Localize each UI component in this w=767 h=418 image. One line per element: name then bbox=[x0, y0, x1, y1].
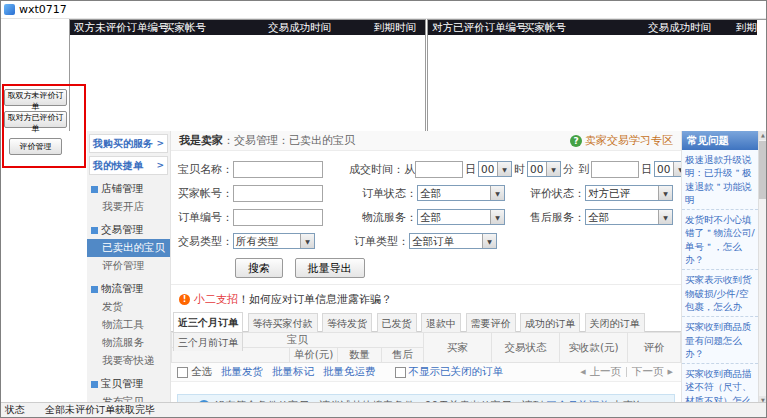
sidebar-item-ship[interactable]: 发货 bbox=[87, 298, 170, 316]
section-shop-manage: 店铺管理 bbox=[87, 180, 170, 198]
order-no-input[interactable] bbox=[233, 209, 323, 226]
orders-table-header: 宝贝 买家 交易状态 实收款(元) 评价 单价(元) 数量 售后 bbox=[171, 332, 681, 363]
app-icon bbox=[4, 4, 15, 15]
batch-ship-link[interactable]: 批量发货 bbox=[221, 365, 263, 379]
section-bullet-icon bbox=[91, 186, 98, 193]
tab-before-3-months[interactable]: 三个月前订单 bbox=[173, 332, 243, 351]
status-message: 全部未评价订单获取完毕 bbox=[45, 403, 155, 417]
purchased-services-link[interactable]: 我购买的服务 > bbox=[89, 134, 168, 153]
from-hour-select[interactable]: 00 ▼ bbox=[478, 161, 512, 177]
faq-item[interactable]: 发货时不小心填错了＂物流公司/单号＂，怎么办？ bbox=[682, 210, 758, 270]
tab-recent-3-months[interactable]: 近三个月订单 bbox=[173, 312, 243, 332]
prev-page-button[interactable]: 上一页 bbox=[590, 365, 622, 379]
pager-divider bbox=[626, 367, 627, 377]
col-status: 交易状态 bbox=[492, 333, 560, 363]
item-name-input[interactable] bbox=[233, 161, 323, 178]
col-rate: 评价 bbox=[628, 333, 681, 363]
tab-refunding[interactable]: 退款中 bbox=[421, 313, 461, 332]
batch-free-ship-link[interactable]: 批量免运费 bbox=[323, 365, 376, 379]
hide-closed-toggle[interactable]: 不显示已关闭的订单 bbox=[395, 365, 504, 379]
purchased-services-label: 我购买的服务 bbox=[93, 135, 153, 152]
order-type-value: 全部订单 bbox=[410, 234, 482, 248]
next-page-button[interactable]: 下一页 bbox=[632, 365, 664, 379]
search-form: 宝贝名称： 成交时间：从 日 00 ▼ 时 00 ▼ 分 到 bbox=[171, 151, 681, 285]
tab-awaiting-payment[interactable]: 等待买家付款 bbox=[248, 313, 318, 332]
tip-text: ！如何应对订单信息泄露诈骗？ bbox=[238, 292, 392, 307]
scroll-up-arrow-icon[interactable]: ▲ bbox=[759, 131, 767, 140]
title-bar: wxt0717 bbox=[1, 1, 766, 19]
tab-need-rating[interactable]: 需要评价 bbox=[466, 313, 516, 332]
fraud-tip[interactable]: ! 小二支招 ！如何应对订单信息泄露诈骗？ bbox=[179, 292, 681, 307]
from-minute-value: 00 bbox=[528, 162, 546, 176]
order-status-label: 订单状态： bbox=[351, 186, 417, 201]
seller-center-page: 我购买的服务 > 我的快捷单 > 店铺管理 我要开店 交易管理 已卖出的宝贝 评… bbox=[87, 131, 767, 405]
rate-manage-button[interactable]: 评价管理 bbox=[9, 138, 62, 155]
faq-item[interactable]: 买家表示收到货物破损/少件/空包裹，怎么办 bbox=[682, 270, 758, 317]
select-all-label[interactable]: 全选 bbox=[191, 365, 212, 379]
column-header-order-no: 双方未评价订单编号 bbox=[70, 20, 160, 35]
buyer-account-input[interactable] bbox=[233, 185, 323, 202]
chevron-down-icon: ▼ bbox=[658, 210, 672, 224]
sidebar-item-open-shop[interactable]: 我要开店 bbox=[87, 198, 170, 216]
faq-item[interactable]: 极速退款升级说明：已升级＂极速退款＂功能说明 bbox=[682, 150, 758, 210]
tab-shipped[interactable]: 已发货 bbox=[377, 313, 417, 332]
col-qty: 数量 bbox=[338, 348, 382, 363]
section-bullet-icon bbox=[91, 286, 98, 293]
from-minute-select[interactable]: 00 ▼ bbox=[527, 161, 561, 177]
chevron-down-icon: ▼ bbox=[300, 234, 314, 248]
tab-successful[interactable]: 成功的订单 bbox=[520, 313, 580, 332]
batch-mark-link[interactable]: 批量标记 bbox=[272, 365, 314, 379]
chevron-down-icon: ▼ bbox=[673, 162, 681, 176]
to-hour-select[interactable]: 00 ▼ bbox=[654, 161, 681, 177]
app-window: wxt0717 取双方未评价订单 取对方已评价订单 评价管理 双方未评价订单编号… bbox=[0, 0, 767, 418]
from-hour-value: 00 bbox=[479, 162, 497, 176]
deal-time-to-input[interactable] bbox=[591, 161, 639, 178]
to-hour-value: 00 bbox=[655, 162, 673, 176]
fetch-rated-orders-button[interactable]: 取对方已评价订单 bbox=[4, 111, 67, 128]
order-status-select[interactable]: 全部 ▼ bbox=[417, 185, 505, 201]
hour-label-from: 时 bbox=[514, 162, 525, 177]
hide-closed-checkbox[interactable] bbox=[395, 367, 406, 378]
sidebar-item-send-express[interactable]: 我要寄快递 bbox=[87, 352, 170, 370]
rate-status-select[interactable]: 对方已评 ▼ bbox=[585, 185, 673, 201]
deal-time-from-input[interactable] bbox=[415, 161, 463, 178]
order-type-select[interactable]: 全部订单 ▼ bbox=[409, 233, 497, 249]
trade-type-value: 所有类型 bbox=[234, 234, 300, 248]
batch-toolbar: 全选 批量发货 批量标记 批量免运费 不显示已关闭的订单 ◀ 上一页 下一页 ▶ bbox=[171, 363, 681, 382]
trade-type-select[interactable]: 所有类型 ▼ bbox=[233, 233, 315, 249]
buyer-label: 买家帐号： bbox=[175, 186, 233, 201]
sidebar-item-rate-manage[interactable]: 评价管理 bbox=[87, 257, 170, 275]
select-all-checkbox[interactable] bbox=[177, 367, 188, 378]
page-scrollbar[interactable]: ▲ ▼ bbox=[758, 131, 767, 405]
batch-export-button[interactable]: 批量导出 bbox=[295, 258, 365, 278]
faq-panel: 常见问题 极速退款升级说明：已升级＂极速退款＂功能说明 发货时不小心填错了＂物流… bbox=[681, 131, 758, 405]
logistics-select[interactable]: 全部 ▼ bbox=[417, 209, 505, 225]
scrollbar-thumb[interactable] bbox=[759, 141, 767, 199]
form-row-item-name: 宝贝名称： 成交时间：从 日 00 ▼ 时 00 ▼ 分 到 bbox=[175, 157, 681, 181]
sidebar-item-logistics-tools[interactable]: 物流工具 bbox=[87, 316, 170, 334]
tab-awaiting-shipment[interactable]: 等待发货 bbox=[322, 313, 372, 332]
sidebar-item-logistics-service[interactable]: 物流服务 bbox=[87, 334, 170, 352]
status-label: 状态 bbox=[5, 403, 25, 417]
tab-closed[interactable]: 关闭的订单 bbox=[585, 313, 645, 332]
quick-order-link[interactable]: 我的快捷单 > bbox=[89, 156, 168, 175]
unrated-orders-table-body bbox=[70, 35, 425, 131]
faq-item[interactable]: 买家收到商品描述不符（尺寸、材质不对）怎么办？ bbox=[682, 364, 758, 405]
aftersale-select[interactable]: 全部 ▼ bbox=[585, 209, 673, 225]
order-no-label: 订单编号： bbox=[175, 210, 233, 225]
pagination: ◀ 上一页 下一页 ▶ bbox=[578, 365, 675, 379]
seller-learning-link[interactable]: ? 卖家交易学习专区 bbox=[570, 133, 673, 148]
fetch-unrated-orders-button[interactable]: 取双方未评价订单 bbox=[4, 89, 67, 106]
section-logistics-manage: 物流管理 bbox=[87, 280, 170, 298]
quick-order-label: 我的快捷单 bbox=[93, 157, 143, 174]
prev-arrow-icon: ◀ bbox=[580, 368, 585, 376]
faq-item[interactable]: 买家收到商品质量有问题怎么办？ bbox=[682, 317, 758, 364]
section-item-manage: 宝贝管理 bbox=[87, 375, 170, 393]
sidebar-item-sold-items[interactable]: 已卖出的宝贝 bbox=[87, 239, 170, 257]
item-name-label: 宝贝名称： bbox=[175, 162, 233, 177]
logistics-label: 物流服务： bbox=[351, 210, 417, 225]
form-row-trade-type: 交易类型： 所有类型 ▼ 订单类型： 全部订单 ▼ bbox=[175, 229, 681, 253]
column-header-success-time: 交易成功时间 bbox=[644, 20, 732, 35]
unrated-orders-table-header: 双方未评价订单编号 买家帐号 交易成功时间 到期时间 bbox=[70, 20, 425, 35]
search-button[interactable]: 搜索 bbox=[235, 258, 283, 278]
